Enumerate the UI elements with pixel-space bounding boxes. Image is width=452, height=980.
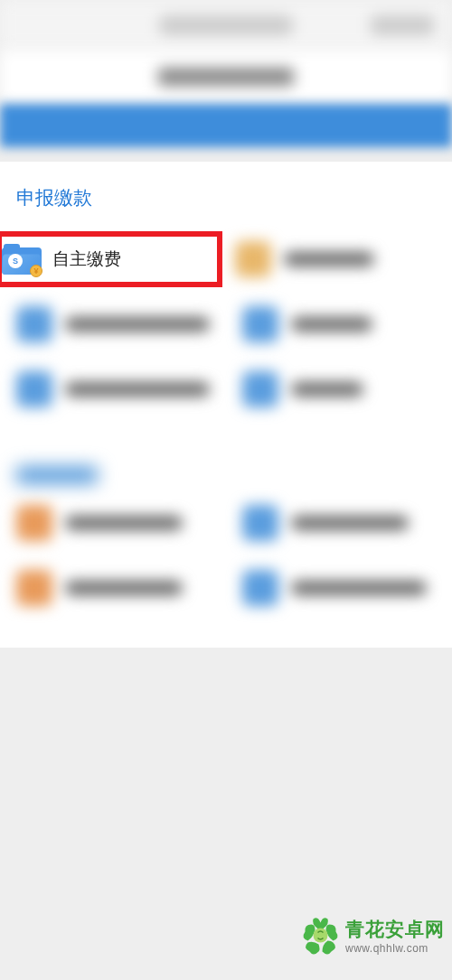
item-blurred [219,241,445,277]
item-blurred [0,570,226,606]
watermark: 青花安卓网 www.qhhlw.com [296,910,445,960]
watermark-name: 青花安卓网 [345,917,445,942]
section-title-blurred [0,449,452,490]
item-blurred [0,505,226,541]
section-card: 申报缴款 S ¥ 自主缴费 [0,162,452,449]
item-blurred [0,306,226,342]
tab-stripe-blurred [0,104,452,147]
status-bar-blurred [0,0,452,50]
item-blurred [226,505,452,541]
item-label: 自主缴费 [52,247,121,271]
nav-bar-blurred [0,50,452,104]
watermark-logo-icon [296,910,345,960]
svg-point-0 [314,929,328,943]
item-blurred [226,306,452,342]
item-self-payment[interactable]: S ¥ 自主缴费 [0,231,222,287]
item-blurred [0,371,226,407]
item-blurred [226,371,452,407]
section-card-2 [0,449,452,648]
items-grid: S ¥ 自主缴费 [0,227,452,422]
payment-folder-icon: S ¥ [2,240,40,278]
section-title: 申报缴款 [0,162,452,227]
item-blurred [226,570,452,606]
watermark-url: www.qhhlw.com [345,942,445,955]
